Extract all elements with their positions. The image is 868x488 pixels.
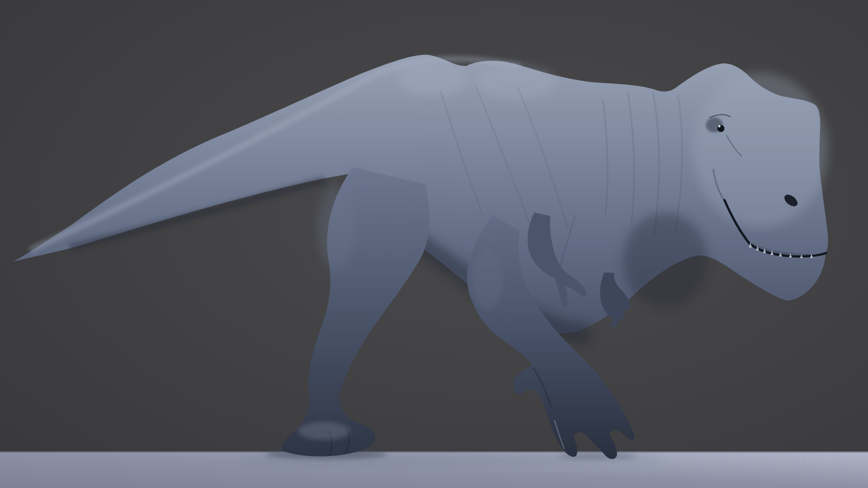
foot-sheen: [298, 422, 350, 440]
shoulder-hump-highlight: [475, 65, 555, 100]
render-stage: Gray-blue untextured 3D sculpt of a Tyra…: [0, 0, 868, 488]
hip-hump-highlight: [398, 64, 468, 96]
thigh-highlight: [317, 185, 355, 270]
eye-glint: [718, 125, 720, 127]
knee-highlight: [473, 250, 503, 310]
ground-plane: [0, 450, 868, 488]
render-canvas: Gray-blue untextured 3D sculpt of a Tyra…: [0, 0, 868, 488]
throat-shadow: [623, 212, 708, 308]
head-key-light: [693, 72, 828, 228]
